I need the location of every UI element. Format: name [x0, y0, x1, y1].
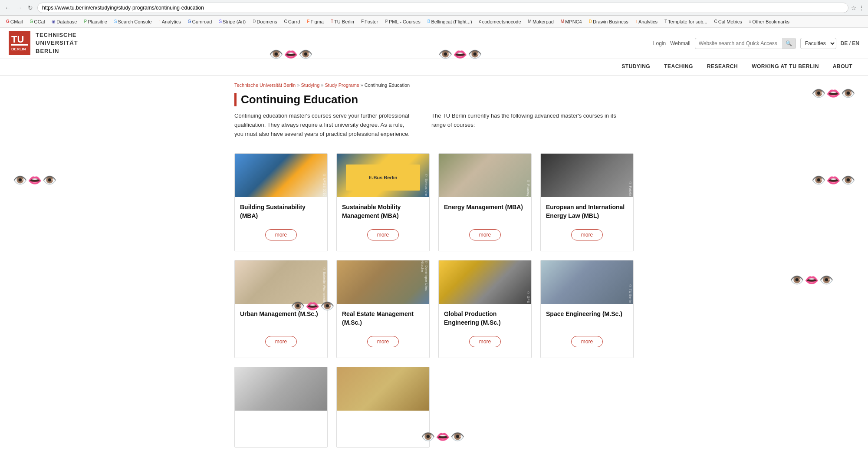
- course-title-1: Sustainable Mobility Management (MBA): [342, 203, 424, 224]
- address-bar[interactable]: [37, 3, 848, 13]
- course-card-3[interactable]: © Fotolia European and International Ene…: [540, 153, 634, 251]
- bookmark-database[interactable]: ◉ Database: [49, 18, 79, 25]
- bookmark-gumroad[interactable]: G Gumroad: [185, 18, 215, 25]
- faculty-select[interactable]: Faculties: [800, 38, 836, 49]
- nav-about[interactable]: ABOUT: [826, 59, 859, 75]
- bookmark-gmail[interactable]: G GMail: [3, 18, 26, 25]
- content-area: Technische Universität Berlin » Studying…: [226, 76, 642, 463]
- intro-text: Continuing education master's courses se…: [234, 112, 414, 138]
- more-options-icon[interactable]: ⋮: [858, 4, 865, 11]
- search-button[interactable]: 🔍: [782, 38, 796, 49]
- search-bar: 🔍: [695, 38, 796, 49]
- logo-area: TU BERLIN TECHNISCHE UNIVERSITÄT BERLIN: [9, 31, 78, 55]
- course-card-5[interactable]: © Dominique Ultes-Nitsche Real Estate Ma…: [336, 260, 430, 358]
- bookmark-plausible[interactable]: P Plausible: [81, 18, 109, 25]
- bookmark-icon[interactable]: ☆: [851, 4, 857, 11]
- emoji-overlay-3: 👁️👄👁️: [812, 87, 855, 100]
- address-bar-wrap: [37, 3, 848, 13]
- bookmark-tuberlin[interactable]: T TU Berlin: [328, 18, 357, 25]
- course-title-5: Real Estate Management (M.Sc.): [342, 310, 424, 331]
- course-card-2[interactable]: © Pixabay Energy Management (MBA) more: [438, 153, 532, 251]
- more-btn-3[interactable]: more: [571, 229, 603, 240]
- bookmark-drawin[interactable]: D Drawin Business: [586, 18, 631, 25]
- bookmarks-bar: G GMail G GCal ◉ Database P Plausible S …: [0, 16, 868, 28]
- svg-text:TU: TU: [11, 34, 24, 45]
- search-input[interactable]: [695, 40, 782, 46]
- language-switch[interactable]: DE / EN: [841, 40, 859, 46]
- course-card-6[interactable]: © GPE Global Production Engineering (M.S…: [438, 260, 532, 358]
- more-btn-0[interactable]: more: [265, 229, 297, 240]
- bookmark-doemens[interactable]: D Doemens: [250, 18, 279, 25]
- nav-working[interactable]: WORKING AT TU BERLIN: [745, 59, 826, 75]
- course-card-1[interactable]: E-Bus Berlin © Bombardier Sustainable Mo…: [336, 153, 430, 251]
- bookmark-figma[interactable]: F Figma: [304, 18, 326, 25]
- course-grid-row2: © Babette Wachsmuth Urban Management (M.…: [234, 260, 634, 358]
- course-grid-row1: © UFGS 2016 Building Sustainability (MBA…: [234, 153, 634, 251]
- login-link[interactable]: Login: [653, 40, 666, 46]
- emoji-overlay-7: 👁️👄👁️: [790, 273, 833, 287]
- more-btn-4[interactable]: more: [265, 336, 297, 347]
- bookmark-pml[interactable]: P PML - Courses: [382, 18, 423, 25]
- intro-section: Continuing education master's courses se…: [234, 112, 634, 143]
- svg-rect-2: [11, 44, 28, 46]
- bookmark-bellingcat[interactable]: B Bellingcat (Flight...): [425, 18, 475, 25]
- course-title-0: Building Sustainability (MBA): [240, 203, 322, 224]
- header-controls: Login Webmail 🔍 Faculties DE / EN: [653, 38, 859, 49]
- course-title-4: Urban Management (M.Sc.): [240, 310, 322, 331]
- refresh-button[interactable]: ↻: [26, 3, 35, 12]
- more-btn-7[interactable]: more: [571, 336, 603, 347]
- emoji-overlay-5: 👁️👄👁️: [812, 174, 855, 187]
- back-button[interactable]: ←: [3, 3, 12, 12]
- bookmark-analytics[interactable]: ↑ Analytics: [156, 18, 184, 25]
- bookmark-gcal[interactable]: G GCal: [27, 18, 48, 25]
- course-title-6: Global Production Engineering (M.Sc.): [444, 310, 526, 331]
- bookmark-carrd[interactable]: C Carrd: [282, 18, 303, 25]
- course-title-2: Energy Management (MBA): [444, 203, 526, 224]
- range-text: The TU Berlin currently has the followin…: [431, 112, 631, 138]
- bookmark-other[interactable]: » Other Bookmarks: [746, 18, 792, 25]
- bookmark-calmetrics[interactable]: C Cal Metrics: [712, 18, 745, 25]
- site-header: TU BERLIN TECHNISCHE UNIVERSITÄT BERLIN …: [0, 28, 868, 76]
- course-grid-row3: [234, 367, 634, 448]
- course-card-7[interactable]: © TU Berlin Space Engineering (M.Sc.) mo…: [540, 260, 634, 358]
- bookmark-makerpad[interactable]: M Makerpad: [526, 18, 556, 25]
- header-top: TU BERLIN TECHNISCHE UNIVERSITÄT BERLIN …: [0, 28, 868, 59]
- tu-logo[interactable]: TU BERLIN: [9, 31, 30, 55]
- browser-chrome: ← → ↻ ☆ ⋮: [0, 0, 868, 16]
- bookmark-mpnc4[interactable]: M MPNC4: [558, 18, 585, 25]
- course-title-7: Space Engineering (M.Sc.): [546, 310, 628, 331]
- forward-button[interactable]: →: [15, 3, 23, 12]
- course-card-0[interactable]: © UFGS 2016 Building Sustainability (MBA…: [234, 153, 328, 251]
- course-card-4[interactable]: © Babette Wachsmuth Urban Management (M.…: [234, 260, 328, 358]
- course-card-8[interactable]: [234, 367, 328, 448]
- nav-research[interactable]: RESEARCH: [700, 59, 745, 75]
- course-title-3: European and International Energy Law (M…: [546, 203, 628, 224]
- main-nav: STUDYING TEACHING RESEARCH WORKING AT TU…: [0, 59, 868, 75]
- more-btn-1[interactable]: more: [367, 229, 399, 240]
- more-btn-6[interactable]: more: [469, 336, 501, 347]
- course-title-8: [240, 417, 322, 438]
- bookmark-codemeetsnocode[interactable]: c codemeetsnocode: [477, 18, 524, 25]
- bookmark-template[interactable]: T Template for sub...: [662, 18, 710, 25]
- course-title-9: [342, 417, 424, 438]
- more-btn-5[interactable]: more: [367, 336, 399, 347]
- bookmark-analytics2[interactable]: ↑ Analytics: [633, 18, 660, 25]
- more-btn-2[interactable]: more: [469, 229, 501, 240]
- bookmark-foster[interactable]: F Foster: [358, 18, 381, 25]
- course-card-9[interactable]: [336, 367, 430, 448]
- university-name: TECHNISCHE UNIVERSITÄT BERLIN: [36, 31, 78, 55]
- bookmark-stripe[interactable]: S Stripe (Art): [216, 18, 248, 25]
- webmail-link[interactable]: Webmail: [670, 40, 690, 46]
- nav-teaching[interactable]: TEACHING: [657, 59, 700, 75]
- breadcrumb: Technische Universität Berlin » Studying…: [234, 82, 634, 88]
- nav-studying[interactable]: STUDYING: [615, 59, 657, 75]
- page-title: Continuing Education: [234, 93, 634, 106]
- bookmark-search-console[interactable]: S Search Console: [112, 18, 155, 25]
- svg-text:BERLIN: BERLIN: [11, 47, 26, 51]
- browser-icons: ☆ ⋮: [851, 4, 865, 11]
- emoji-overlay-4: 👁️👄👁️: [13, 174, 56, 187]
